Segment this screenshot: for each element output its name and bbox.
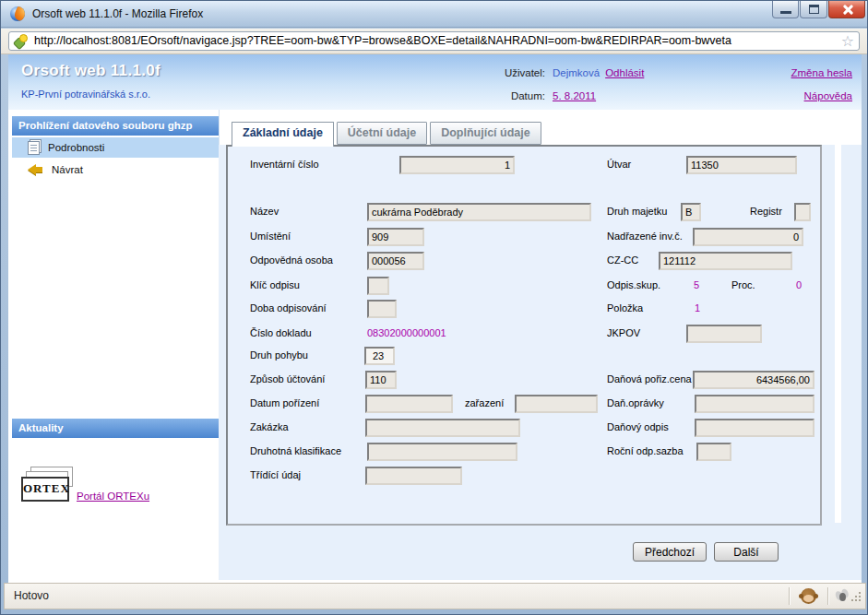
previous-button[interactable]: Předchozí <box>633 542 707 562</box>
date-label: Datum: <box>462 90 545 101</box>
browser-toolbar: http://localhost:8081/EOrsoft/navigace.j… <box>1 29 867 54</box>
app-title: Orsoft web 11.1.0f <box>21 62 161 80</box>
field-druh-pohybu[interactable]: 23 <box>364 347 395 365</box>
label-rocni-odp-sazba: Roční odp.sazba <box>607 445 684 456</box>
label-cz-cc: CZ-CC <box>607 254 638 266</box>
help-link[interactable]: Nápověda <box>804 90 852 101</box>
field-zarazeni[interactable] <box>515 395 598 413</box>
field-klic-odpisu[interactable] <box>367 277 389 295</box>
field-jkpov[interactable] <box>686 325 762 343</box>
label-danovy-odpis: Daňový odpis <box>607 421 669 432</box>
back-arrow-icon <box>28 164 43 175</box>
sidebar-browse-header-text: Prohlížení datového souboru ghzp <box>18 120 192 131</box>
minimize-icon <box>780 11 791 14</box>
sidebar-section-browse: Prohlížení datového souboru ghzp <box>12 116 219 136</box>
portal-ortexu-link[interactable]: Portál ORTEXu <box>77 491 149 502</box>
field-utvar[interactable]: 11350 <box>686 156 797 174</box>
close-icon <box>842 4 853 16</box>
user-name: Dejmková <box>553 67 600 78</box>
bookmark-star-icon[interactable]: ☆ <box>841 31 854 51</box>
label-cislo-dokladu: Číslo dokladu <box>250 327 312 338</box>
page-favicon-icon <box>14 34 29 49</box>
label-tridici-udaj: Třídící údaj <box>250 469 301 480</box>
tab-doplnujici-udaje[interactable]: Doplňující údaje <box>430 122 541 145</box>
label-druh-pohybu: Druh pohybu <box>250 349 308 361</box>
label-doba-odpisovani: Doba odpisování <box>250 302 327 313</box>
ortex-logo-text: ORTEX <box>21 477 69 502</box>
ortex-logo[interactable]: ORTEX <box>21 467 78 505</box>
sidebar-item-label: Podrobnosti <box>48 142 104 153</box>
label-proc: Proc. <box>731 279 755 290</box>
field-danovy-odpis[interactable] <box>695 419 814 437</box>
label-polozka: Položka <box>607 302 643 313</box>
resize-grip[interactable] <box>850 590 862 603</box>
date-row: Datum:5. 8.2011 <box>462 90 596 101</box>
field-inventarni-cislo[interactable]: 1 <box>399 156 515 174</box>
titlebar[interactable]: Orsoft web 11.1.0f - Mozilla Firefox <box>1 1 867 28</box>
field-odpovedna-osoba[interactable]: 000056 <box>367 252 424 270</box>
company-name: KP-První potravinářská s.r.o. <box>21 89 150 100</box>
value-cislo-dokladu: 08302000000001 <box>367 327 446 338</box>
bug-icon[interactable] <box>834 590 850 603</box>
status-text: Hotovo <box>14 584 49 608</box>
maximize-button[interactable] <box>800 1 827 18</box>
next-button[interactable]: Další <box>714 542 779 562</box>
value-proc: 0 <box>796 279 802 290</box>
label-dan-opravky: Daň.oprávky <box>607 397 664 408</box>
close-button[interactable] <box>828 1 865 18</box>
field-registr[interactable] <box>794 203 811 221</box>
field-danova-poriz-cena[interactable]: 6434566,00 <box>693 371 814 389</box>
tab-bar: Základní údaje Účetní údaje Doplňující ú… <box>232 122 544 147</box>
logout-link[interactable]: Odhlásit <box>605 67 644 78</box>
field-druhotna-klasifikace[interactable] <box>367 443 517 461</box>
statusbar-divider <box>789 587 790 605</box>
label-utvar: Útvar <box>607 159 631 170</box>
value-polozka: 1 <box>695 302 700 313</box>
field-doba-odpisovani[interactable] <box>367 300 397 318</box>
label-odpovedna-osoba: Odpovědná osoba <box>250 254 333 266</box>
change-password-link[interactable]: Změna hesla <box>791 67 852 78</box>
date-link[interactable]: 5. 8.2011 <box>553 90 596 101</box>
label-inventarni-cislo: Inventární číslo <box>250 159 319 170</box>
monkey-icon[interactable] <box>801 588 816 604</box>
tab-ucetni-udaje[interactable]: Účetní údaje <box>337 122 427 145</box>
statusbar-divider <box>827 587 828 605</box>
field-nazev[interactable]: cukrárna Poděbrady <box>367 203 591 221</box>
sidebar-news-header-text: Aktuality <box>18 422 64 433</box>
field-dan-opravky[interactable] <box>695 395 814 413</box>
field-rocni-odp-sazba[interactable] <box>696 443 731 461</box>
label-danova-poriz-cena: Daňová pořiz.cena <box>607 373 692 384</box>
field-datum-porizeni[interactable] <box>365 395 453 413</box>
app-header: Orsoft web 11.1.0f KP-První potravinářsk… <box>8 54 862 110</box>
url-text: http://localhost:8081/EOrsoft/navigace.j… <box>34 32 731 50</box>
field-zpusob-uctovani[interactable]: 110 <box>365 371 397 389</box>
document-icon <box>28 141 40 155</box>
label-zarazeni: zařazení <box>465 397 504 408</box>
form-panel: Inventární číslo 1 Název cukrárna Poděbr… <box>226 145 822 526</box>
field-umisteni[interactable]: 909 <box>367 228 424 246</box>
minimize-button[interactable] <box>772 1 799 18</box>
window-title: Orsoft web 11.1.0f - Mozilla Firefox <box>32 1 203 27</box>
page-content: Orsoft web 11.1.0f KP-První potravinářsk… <box>8 54 862 583</box>
url-input[interactable]: http://localhost:8081/EOrsoft/navigace.j… <box>8 31 860 51</box>
sidebar-item-podrobnosti[interactable]: Podrobnosti <box>12 137 219 158</box>
field-druh-majetku[interactable]: B <box>681 203 701 221</box>
value-odpis-skup: 5 <box>694 279 699 290</box>
field-cz-cc[interactable]: 121112 <box>659 252 792 270</box>
user-row: Uživatel:DejmkováOdhlásit <box>462 67 644 78</box>
content-right-gap <box>835 145 841 523</box>
field-zakazka[interactable] <box>365 419 520 437</box>
label-klic-odpisu: Klíč odpisu <box>250 279 300 290</box>
tab-zakladni-udaje[interactable]: Základní údaje <box>232 122 334 147</box>
status-bar: Hotovo <box>4 583 866 609</box>
sidebar-section-news: Aktuality <box>12 419 219 438</box>
label-umisteni: Umístění <box>250 231 291 242</box>
browser-window: Orsoft web 11.1.0f - Mozilla Firefox htt… <box>0 0 868 615</box>
label-nadrazene-inv-c: Nadřazené inv.č. <box>607 231 683 242</box>
label-druh-majetku: Druh majetku <box>607 206 667 217</box>
label-zakazka: Zakázka <box>250 421 289 432</box>
field-nadrazene-inv-c[interactable]: 0 <box>693 228 803 246</box>
field-tridici-udaj[interactable] <box>365 467 462 485</box>
user-label: Uživatel: <box>462 67 545 78</box>
sidebar-item-navrat[interactable]: Návrat <box>12 160 219 180</box>
